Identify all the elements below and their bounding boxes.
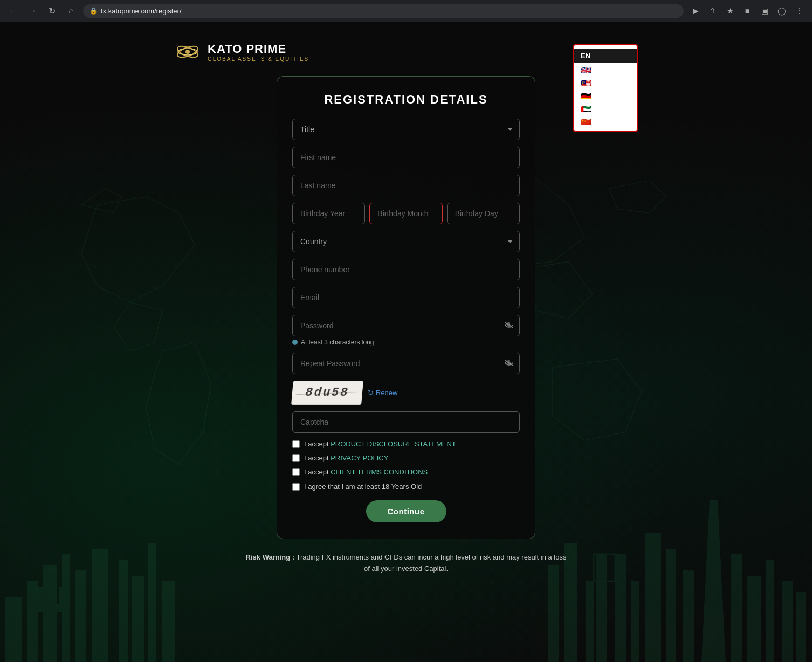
first-name-input[interactable] bbox=[292, 147, 520, 168]
hint-dot bbox=[292, 340, 298, 345]
age-agreement-checkbox[interactable] bbox=[292, 483, 300, 491]
back-button[interactable]: ← bbox=[5, 3, 20, 18]
flag-my: 🇲🇾 bbox=[581, 79, 593, 86]
phone-group bbox=[292, 259, 520, 280]
page-content: KATO PRIME GLOBAL ASSETS & EQUITIES EN E… bbox=[0, 22, 812, 660]
captcha-input[interactable] bbox=[292, 411, 520, 433]
password-group: At least 3 characters long bbox=[292, 315, 520, 346]
form-title: REGISTRATION DETAILS bbox=[292, 93, 520, 107]
flag-ae: 🇦🇪 bbox=[581, 105, 593, 112]
repeat-password-wrapper bbox=[292, 353, 520, 374]
client-terms-label: I accept CLIENT TERMS CONDITIONS bbox=[304, 467, 428, 477]
lang-item-de[interactable]: 🇩🇪 bbox=[574, 89, 637, 102]
home-button[interactable]: ⌂ bbox=[64, 3, 79, 18]
product-disclosure-link[interactable]: PRODUCT DISCLOSURE STATEMENT bbox=[331, 440, 456, 448]
cast-button[interactable]: ▶ bbox=[688, 3, 703, 18]
layout-button[interactable]: ▣ bbox=[757, 3, 772, 18]
password-hint: At least 3 characters long bbox=[292, 339, 520, 346]
privacy-policy-checkbox[interactable] bbox=[292, 454, 300, 462]
reload-button[interactable]: ↻ bbox=[44, 3, 59, 18]
company-tagline: GLOBAL ASSETS & EQUITIES bbox=[208, 56, 309, 62]
client-terms-checkbox[interactable] bbox=[292, 468, 300, 476]
address-bar: 🔒 fx.katoprime.com/register/ bbox=[83, 4, 684, 18]
first-name-group bbox=[292, 147, 520, 168]
lang-item-ae[interactable]: 🇦🇪 bbox=[574, 102, 637, 115]
captcha-input-group bbox=[292, 411, 520, 433]
privacy-policy-checkbox-group: I accept PRIVACY POLICY bbox=[292, 453, 520, 463]
title-group: Title Mr Mrs Ms Dr bbox=[292, 119, 520, 140]
header: KATO PRIME GLOBAL ASSETS & EQUITIES EN E… bbox=[163, 33, 649, 71]
hint-text: At least 3 characters long bbox=[301, 339, 374, 346]
lang-item-my[interactable]: 🇲🇾 bbox=[574, 76, 637, 89]
lang-item-cn[interactable]: 🇨🇳 bbox=[574, 115, 637, 128]
svg-point-32 bbox=[185, 50, 190, 54]
flag-en: 🇬🇧 bbox=[581, 66, 593, 73]
url-text: fx.katoprime.com/register/ bbox=[101, 7, 182, 15]
birthday-day-input[interactable] bbox=[447, 203, 520, 224]
phone-input[interactable] bbox=[292, 259, 520, 280]
browser-actions: ▶ ⇧ ★ ■ ▣ ◯ ⋮ bbox=[688, 3, 807, 18]
flag-de: 🇩🇪 bbox=[581, 92, 593, 99]
age-agreement-label: I agree that I am at least 18 Years Old bbox=[304, 482, 422, 492]
menu-button[interactable]: ⋮ bbox=[792, 3, 807, 18]
lang-item-en[interactable]: 🇬🇧 bbox=[574, 63, 637, 76]
registration-form-card: REGISTRATION DETAILS Title Mr Mrs Ms Dr bbox=[277, 76, 535, 539]
birthday-month-input[interactable] bbox=[369, 203, 442, 224]
repeat-password-input[interactable] bbox=[292, 353, 520, 374]
captcha-image: 8du58 bbox=[291, 381, 363, 405]
password-input[interactable] bbox=[292, 315, 520, 336]
age-agreement-checkbox-group: I agree that I am at least 18 Years Old bbox=[292, 482, 520, 492]
renew-icon: ↻ bbox=[368, 389, 374, 397]
logo-icon bbox=[174, 38, 201, 65]
extensions-button[interactable]: ■ bbox=[740, 3, 755, 18]
product-disclosure-checkbox[interactable] bbox=[292, 440, 300, 448]
lock-icon: 🔒 bbox=[90, 7, 98, 15]
last-name-input[interactable] bbox=[292, 175, 520, 196]
captcha-renew-button[interactable]: ↻ Renew bbox=[368, 389, 397, 397]
repeat-password-toggle-button[interactable] bbox=[504, 358, 514, 369]
privacy-policy-label: I accept PRIVACY POLICY bbox=[304, 453, 388, 463]
password-toggle-button[interactable] bbox=[504, 320, 514, 331]
country-group: Country United States United Kingdom Mal… bbox=[292, 231, 520, 252]
repeat-password-group bbox=[292, 353, 520, 374]
share-button[interactable]: ⇧ bbox=[705, 3, 720, 18]
captcha-area: 8du58 ↻ Renew bbox=[292, 381, 520, 405]
lang-header: EN bbox=[574, 49, 637, 63]
client-terms-link[interactable]: CLIENT TERMS CONDITIONS bbox=[331, 468, 428, 476]
birthday-row bbox=[292, 203, 520, 224]
country-select[interactable]: Country United States United Kingdom Mal… bbox=[292, 231, 520, 252]
browser-chrome: ← → ↻ ⌂ 🔒 fx.katoprime.com/register/ ▶ ⇧… bbox=[0, 0, 812, 22]
product-disclosure-checkbox-group: I accept PRODUCT DISCLOSURE STATEMENT bbox=[292, 439, 520, 449]
logo-text: KATO PRIME GLOBAL ASSETS & EQUITIES bbox=[208, 42, 309, 62]
last-name-group bbox=[292, 175, 520, 196]
logo-area: KATO PRIME GLOBAL ASSETS & EQUITIES bbox=[174, 38, 309, 65]
client-terms-checkbox-group: I accept CLIENT TERMS CONDITIONS bbox=[292, 467, 520, 477]
email-input[interactable] bbox=[292, 287, 520, 308]
language-dropdown: EN 🇬🇧 🇲🇾 🇩🇪 🇦🇪 🇨🇳 bbox=[573, 44, 638, 132]
profile-button[interactable]: ◯ bbox=[774, 3, 789, 18]
product-disclosure-label: I accept PRODUCT DISCLOSURE STATEMENT bbox=[304, 439, 456, 449]
privacy-policy-link[interactable]: PRIVACY POLICY bbox=[331, 454, 388, 462]
risk-warning: Risk Warning : Trading FX instruments an… bbox=[244, 552, 568, 575]
password-wrapper bbox=[292, 315, 520, 336]
birthday-year-input[interactable] bbox=[292, 203, 365, 224]
continue-button[interactable]: Continue bbox=[366, 500, 446, 522]
flag-cn: 🇨🇳 bbox=[581, 118, 593, 125]
forward-button[interactable]: → bbox=[25, 3, 40, 18]
bookmark-button[interactable]: ★ bbox=[722, 3, 738, 18]
company-name: KATO PRIME bbox=[208, 42, 309, 56]
language-selector[interactable]: EN EN 🇬🇧 🇲🇾 🇩🇪 🇦🇪 � bbox=[612, 44, 638, 60]
title-select[interactable]: Title Mr Mrs Ms Dr bbox=[292, 119, 520, 140]
email-group bbox=[292, 287, 520, 308]
